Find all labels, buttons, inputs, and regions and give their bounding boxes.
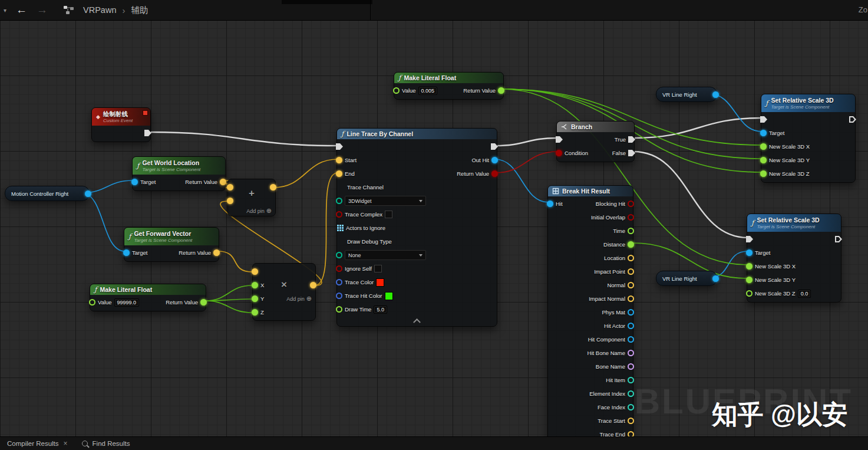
set-relative-scale-3d-bottom-exec-pin[interactable] bbox=[746, 236, 753, 242]
multiply-vector-x-pin[interactable] bbox=[252, 282, 258, 288]
break-hit-result-time-pin[interactable] bbox=[628, 228, 634, 234]
line-trace-by-channel-exec-pin[interactable] bbox=[336, 143, 343, 150]
make-literal-float-small-return-value-pin[interactable] bbox=[498, 87, 504, 94]
line-trace-by-channel-start-pin[interactable] bbox=[336, 157, 342, 163]
line-trace-by-channel-dropdown[interactable]: 3DWidget bbox=[345, 196, 426, 206]
set-relative-scale-3d-bottom-exec-pin[interactable] bbox=[835, 236, 842, 242]
node-set-relative-scale-3d-top[interactable]: ƒSet Relative Scale 3DTarget is Scene Co… bbox=[761, 94, 856, 183]
multiply-vector-vector-pin[interactable] bbox=[310, 282, 316, 288]
multiply-vector-z-pin[interactable] bbox=[252, 309, 258, 316]
break-hit-result-impact-normal-pin[interactable] bbox=[628, 295, 634, 302]
node-line-trace-by-channel[interactable]: ƒLine Trace By ChannelStartOut HitEndRet… bbox=[336, 128, 497, 327]
add-vector-vector-pin[interactable] bbox=[227, 184, 233, 190]
break-hit-result-hit-component-pin[interactable] bbox=[628, 336, 634, 343]
chevron-down-icon[interactable]: ▾ bbox=[4, 7, 6, 14]
set-relative-scale-3d-top-exec-pin[interactable] bbox=[849, 116, 856, 123]
node-get-world-location[interactable]: ƒGet World LocationTarget is Scene Compo… bbox=[132, 156, 226, 191]
tab-compiler-results[interactable]: Compiler Results × bbox=[0, 437, 75, 450]
break-hit-result-hit-pin[interactable] bbox=[547, 201, 553, 207]
line-trace-by-channel-trace-hit-color-color-swatch[interactable] bbox=[385, 292, 393, 300]
tab-find-results[interactable]: Find Results bbox=[75, 437, 137, 450]
set-relative-scale-3d-top-exec-pin[interactable] bbox=[760, 116, 767, 123]
breadcrumb-leaf[interactable]: 辅助 bbox=[131, 5, 148, 16]
break-hit-result-phys-mat-pin[interactable] bbox=[628, 309, 634, 316]
line-trace-by-channel-exec-pin[interactable] bbox=[491, 143, 498, 150]
set-relative-scale-3d-top-target-pin[interactable] bbox=[760, 130, 767, 136]
line-trace-by-channel-enum-pin[interactable] bbox=[336, 198, 342, 204]
get-world-location-target-pin[interactable] bbox=[131, 179, 138, 185]
branch-exec-pin[interactable] bbox=[556, 136, 563, 143]
node-break-hit-result[interactable]: Break Hit ResultHitBlocking HitInitial O… bbox=[547, 185, 633, 444]
line-trace-by-channel-trace-complex-checkbox[interactable] bbox=[385, 211, 392, 218]
node-custom-event-draw-ray[interactable]: ◆绘制射线Custom Event bbox=[91, 107, 151, 142]
var-vr-line-right-bottom-object-pin[interactable] bbox=[712, 275, 719, 282]
var-vr-line-right-top-object-pin[interactable] bbox=[712, 91, 719, 98]
break-hit-result-initial-overlap-pin[interactable] bbox=[628, 214, 634, 221]
make-literal-float-large-value-pin[interactable] bbox=[89, 299, 95, 306]
set-relative-scale-3d-bottom-new-scale-3d-y-pin[interactable] bbox=[746, 277, 753, 283]
line-trace-by-channel-trace-color-pin[interactable] bbox=[336, 279, 342, 285]
set-relative-scale-3d-bottom-target-pin[interactable] bbox=[746, 249, 753, 256]
node-var-motion-controller-right[interactable]: Motion Controller Right bbox=[5, 186, 90, 201]
line-trace-by-channel-actors-to-ignore-pin[interactable] bbox=[337, 225, 339, 226]
break-hit-result-distance-pin[interactable] bbox=[628, 241, 634, 248]
line-trace-by-channel-dropdown[interactable]: None bbox=[345, 250, 426, 260]
add-vector-vector-pin[interactable] bbox=[227, 198, 233, 204]
line-trace-by-channel-collapse-button[interactable] bbox=[337, 316, 497, 324]
breadcrumb-root[interactable]: VRPawn bbox=[83, 5, 116, 15]
line-trace-by-channel-return-value-pin[interactable] bbox=[491, 170, 498, 177]
set-relative-scale-3d-bottom-new-scale-3d-x-pin[interactable] bbox=[746, 263, 753, 270]
line-trace-by-channel-draw-time-pin[interactable] bbox=[336, 306, 342, 313]
node-make-literal-float-small[interactable]: ƒMake Literal FloatValue0.005Return Valu… bbox=[394, 72, 504, 100]
line-trace-by-channel-draw-time-field[interactable]: 5.0 bbox=[374, 306, 387, 314]
var-motion-controller-right-object-pin[interactable] bbox=[85, 190, 91, 197]
node-set-relative-scale-3d-bottom[interactable]: ƒSet Relative Scale 3DTarget is Scene Co… bbox=[747, 213, 841, 303]
break-hit-result-hit-actor-pin[interactable] bbox=[628, 323, 634, 329]
node-add-vector[interactable]: +Add pin⊕ bbox=[227, 179, 276, 216]
make-literal-float-large-value-field[interactable]: 99999.0 bbox=[114, 298, 140, 307]
line-trace-by-channel-enum-pin[interactable] bbox=[336, 252, 342, 258]
set-relative-scale-3d-top-new-scale-3d-x-pin[interactable] bbox=[760, 143, 767, 150]
line-trace-by-channel-ignore-self-pin[interactable] bbox=[336, 265, 342, 272]
set-relative-scale-3d-bottom-new-scale-3d-z-pin[interactable] bbox=[746, 290, 753, 297]
break-hit-result-element-index-pin[interactable] bbox=[628, 390, 634, 397]
get-forward-vector-target-pin[interactable] bbox=[123, 249, 130, 256]
line-trace-by-channel-trace-color-color-swatch[interactable] bbox=[376, 278, 384, 287]
make-literal-float-large-return-value-pin[interactable] bbox=[200, 299, 207, 306]
branch-false-pin[interactable] bbox=[628, 150, 635, 156]
break-hit-result-blocking-hit-pin[interactable] bbox=[628, 201, 634, 207]
node-var-vr-line-right-bottom[interactable]: VR Line Right bbox=[656, 271, 717, 286]
close-icon[interactable]: × bbox=[64, 439, 68, 448]
break-hit-result-location-pin[interactable] bbox=[628, 255, 634, 261]
break-hit-result-bone-name-pin[interactable] bbox=[628, 363, 634, 370]
line-trace-by-channel-trace-hit-color-pin[interactable] bbox=[336, 293, 342, 299]
node-multiply-vector[interactable]: ×Add pin⊕XYZ bbox=[252, 263, 316, 321]
set-relative-scale-3d-top-new-scale-3d-y-pin[interactable] bbox=[760, 157, 767, 163]
node-get-forward-vector[interactable]: ƒGet Forward VectorTarget is Scene Compo… bbox=[124, 227, 219, 262]
node-var-vr-line-right-top[interactable]: VR Line Right bbox=[656, 87, 717, 102]
multiply-vector-vector-pin[interactable] bbox=[252, 268, 258, 275]
make-literal-float-small-value-field[interactable]: 0.005 bbox=[418, 87, 438, 95]
node-make-literal-float-large[interactable]: ƒMake Literal FloatValue99999.0Return Va… bbox=[90, 284, 206, 311]
set-relative-scale-3d-top-new-scale-3d-z-pin[interactable] bbox=[760, 170, 767, 177]
get-forward-vector-return-value-pin[interactable] bbox=[213, 249, 220, 256]
custom-event-draw-ray-exec-pin[interactable] bbox=[144, 130, 151, 136]
back-button[interactable]: ← bbox=[16, 4, 27, 17]
multiply-vector-y-pin[interactable] bbox=[252, 295, 258, 302]
break-hit-result-impact-point-pin[interactable] bbox=[628, 268, 634, 275]
line-trace-by-channel-out-hit-pin[interactable] bbox=[491, 157, 498, 163]
make-literal-float-small-value-pin[interactable] bbox=[393, 87, 400, 94]
set-relative-scale-3d-bottom-new-scale-3d-z-field[interactable]: 0.0 bbox=[798, 290, 811, 298]
node-branch[interactable]: BranchTrueConditionFalse bbox=[556, 121, 635, 162]
break-hit-result-hit-item-pin[interactable] bbox=[628, 377, 634, 383]
line-trace-by-channel-end-pin[interactable] bbox=[336, 170, 342, 177]
line-trace-by-channel-ignore-self-checkbox[interactable] bbox=[374, 265, 382, 272]
break-hit-result-normal-pin[interactable] bbox=[628, 282, 634, 288]
branch-true-pin[interactable] bbox=[628, 136, 635, 143]
add-vector-vector-pin[interactable] bbox=[270, 184, 276, 190]
forward-button[interactable]: → bbox=[37, 4, 48, 17]
line-trace-by-channel-trace-complex-pin[interactable] bbox=[336, 211, 342, 218]
get-world-location-return-value-pin[interactable] bbox=[220, 179, 226, 185]
break-hit-result-face-index-pin[interactable] bbox=[628, 404, 634, 410]
branch-condition-pin[interactable] bbox=[556, 150, 562, 156]
